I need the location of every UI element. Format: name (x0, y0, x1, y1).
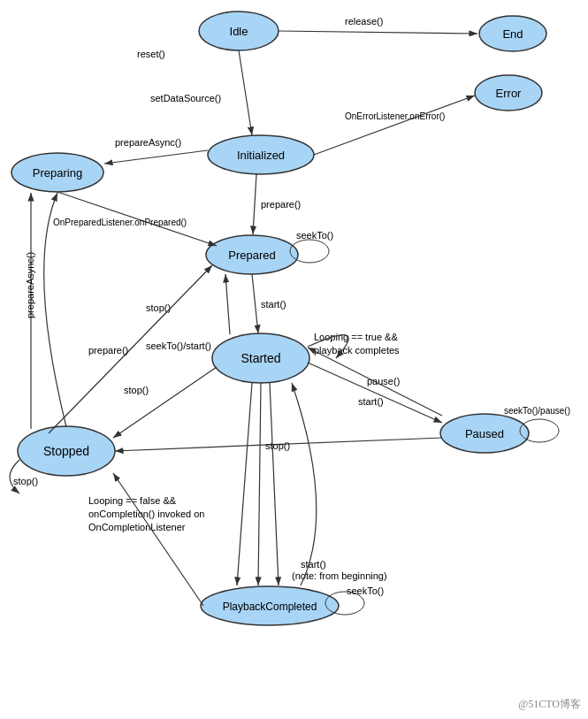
stop-from-paused-label: stop() (265, 440, 290, 451)
started-to-paused-arrow (308, 363, 442, 423)
watermark: @51CTO博客 (518, 697, 581, 712)
initialized-label: Initialized (237, 149, 285, 162)
pause-label: pause() (367, 376, 400, 386)
diagram-container: Idle End Error Initialized Preparing Pre… (0, 0, 588, 719)
started-label: Started (241, 351, 280, 365)
started-to-playback3-arrow (270, 383, 279, 585)
start-from-prepared-label: start() (261, 299, 286, 310)
preparing-label: Preparing (33, 166, 82, 180)
reset-label: reset() (137, 49, 165, 59)
stop-self-label: stop() (13, 476, 38, 486)
oncompletionlistener-label: OnCompletionListener (88, 522, 186, 532)
looping-true-label: Looping == true && (314, 332, 398, 342)
prepareasync-left-label: prepareAsync() (25, 252, 35, 318)
idle-label: Idle (230, 25, 248, 38)
seekto-completed-label: seekTo() (347, 585, 384, 596)
prepare-from-stopped-label: prepare() (88, 345, 128, 356)
started-to-playback2-arrow (258, 383, 261, 585)
start-from-paused-label: start() (358, 396, 384, 407)
looping-false-label: Looping == false && (88, 495, 177, 506)
prepared-label: Prepared (228, 249, 275, 262)
playback-to-stopped-arrow (113, 473, 203, 606)
error-label: Error (496, 87, 523, 100)
initialized-to-prepared-arrow (253, 174, 256, 234)
end-label: End (502, 27, 523, 41)
stopped-label: Stopped (43, 444, 89, 458)
started-to-playback1-arrow (237, 383, 252, 585)
onpreparedlistener-label: OnPreparedListener.onPrepared() (53, 218, 187, 227)
paused-label: Paused (465, 427, 504, 440)
playback-completes-label: playback completes (314, 345, 400, 356)
started-to-stopped-arrow (113, 367, 217, 438)
seektopause-label: seekTo()/pause() (504, 406, 570, 416)
release-label: release() (345, 16, 383, 27)
seektosstart-label: seekTo()/start() (146, 340, 211, 351)
prepare-label: prepare() (261, 199, 301, 210)
oncompletion-label: onCompletion() invoked on (88, 509, 204, 519)
idle-to-end-arrow (279, 31, 477, 34)
prepared-to-started-arrow (252, 274, 258, 333)
playbackcompleted-label: PlaybackCompleted (223, 600, 317, 613)
playback-to-started-arrow (292, 383, 317, 585)
idle-to-initialized-arrow (239, 50, 252, 135)
stop-from-started2-label: stop() (124, 385, 149, 395)
start-note-label: start() (301, 559, 326, 570)
setdatasource-label: setDataSource() (150, 93, 221, 103)
state-diagram: Idle End Error Initialized Preparing Pre… (0, 0, 588, 719)
onerrorlistener-label: OnErrorListener.onError() (345, 111, 445, 121)
to-error-arrow (314, 96, 475, 155)
initialized-to-preparing-arrow (104, 150, 208, 164)
seekto-prepared-label: seekTo() (296, 230, 333, 241)
started-to-prepared-stop-arrow (225, 274, 230, 334)
stop-to-stopped-arrow (44, 193, 66, 427)
prepareasync-top-label: prepareAsync() (115, 137, 181, 148)
